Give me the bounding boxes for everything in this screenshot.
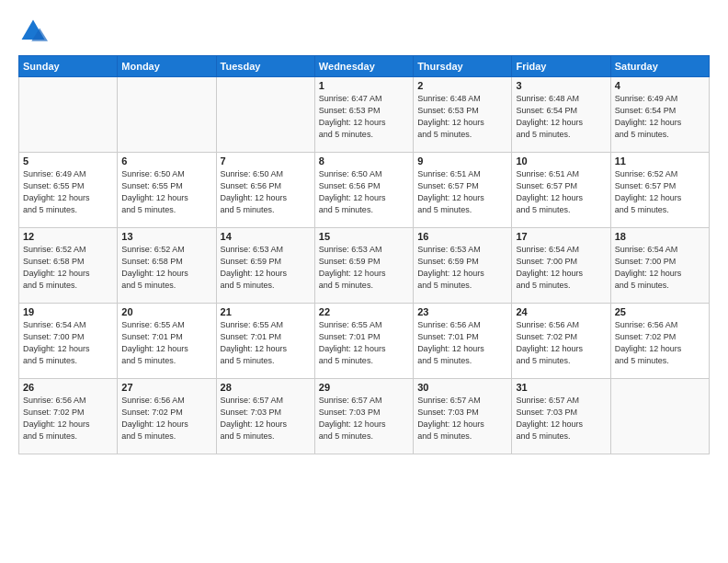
day-info: Sunrise: 6:50 AM Sunset: 6:56 PM Dayligh… xyxy=(319,168,409,216)
day-info: Sunrise: 6:53 AM Sunset: 6:59 PM Dayligh… xyxy=(319,244,409,292)
day-info: Sunrise: 6:56 AM Sunset: 7:02 PM Dayligh… xyxy=(615,319,705,367)
day-info: Sunrise: 6:50 AM Sunset: 6:55 PM Dayligh… xyxy=(121,168,211,216)
header-monday: Monday xyxy=(118,56,216,77)
day-number: 18 xyxy=(615,231,705,242)
day-number: 19 xyxy=(23,306,113,317)
calendar-cell: 9Sunrise: 6:51 AM Sunset: 6:57 PM Daylig… xyxy=(414,153,512,228)
day-info: Sunrise: 6:53 AM Sunset: 6:59 PM Dayligh… xyxy=(221,244,311,292)
calendar-cell: 14Sunrise: 6:53 AM Sunset: 6:59 PM Dayli… xyxy=(216,228,314,304)
calendar-cell xyxy=(216,77,314,153)
week-row-1: 1Sunrise: 6:47 AM Sunset: 6:53 PM Daylig… xyxy=(19,77,710,153)
day-info: Sunrise: 6:56 AM Sunset: 7:02 PM Dayligh… xyxy=(23,395,113,442)
calendar-cell: 19Sunrise: 6:54 AM Sunset: 7:00 PM Dayli… xyxy=(19,304,118,379)
calendar-cell: 25Sunrise: 6:56 AM Sunset: 7:02 PM Dayli… xyxy=(610,304,709,379)
calendar-cell: 11Sunrise: 6:52 AM Sunset: 6:57 PM Dayli… xyxy=(610,153,709,228)
calendar-page: SundayMondayTuesdayWednesdayThursdayFrid… xyxy=(0,0,728,563)
day-number: 1 xyxy=(319,80,409,91)
day-number: 4 xyxy=(615,80,705,91)
calendar-cell: 5Sunrise: 6:49 AM Sunset: 6:55 PM Daylig… xyxy=(19,153,118,228)
header-wednesday: Wednesday xyxy=(314,56,413,77)
day-info: Sunrise: 6:52 AM Sunset: 6:58 PM Dayligh… xyxy=(23,244,113,292)
day-number: 24 xyxy=(516,306,606,317)
logo xyxy=(18,17,51,46)
day-number: 25 xyxy=(615,306,705,317)
page-header xyxy=(18,17,710,46)
header-friday: Friday xyxy=(512,56,610,77)
day-number: 15 xyxy=(319,231,409,242)
day-number: 5 xyxy=(23,155,113,167)
day-info: Sunrise: 6:50 AM Sunset: 6:56 PM Dayligh… xyxy=(221,168,311,216)
day-info: Sunrise: 6:52 AM Sunset: 6:58 PM Dayligh… xyxy=(121,244,211,292)
day-info: Sunrise: 6:48 AM Sunset: 6:53 PM Dayligh… xyxy=(417,93,507,141)
logo-icon xyxy=(18,17,48,46)
calendar-cell: 3Sunrise: 6:48 AM Sunset: 6:54 PM Daylig… xyxy=(512,77,610,153)
day-number: 22 xyxy=(319,306,409,317)
day-number: 7 xyxy=(221,155,311,167)
day-number: 23 xyxy=(417,306,507,317)
day-info: Sunrise: 6:52 AM Sunset: 6:57 PM Dayligh… xyxy=(615,168,705,216)
calendar-cell xyxy=(19,77,118,153)
calendar-cell: 7Sunrise: 6:50 AM Sunset: 6:56 PM Daylig… xyxy=(216,153,314,228)
day-number: 2 xyxy=(417,80,507,91)
day-info: Sunrise: 6:57 AM Sunset: 7:03 PM Dayligh… xyxy=(417,395,507,442)
day-number: 31 xyxy=(516,382,606,393)
header-thursday: Thursday xyxy=(414,56,512,77)
day-number: 30 xyxy=(417,382,507,393)
day-number: 9 xyxy=(417,155,507,167)
day-number: 27 xyxy=(121,382,211,393)
calendar-cell: 26Sunrise: 6:56 AM Sunset: 7:02 PM Dayli… xyxy=(19,379,118,454)
header-tuesday: Tuesday xyxy=(216,56,314,77)
calendar-cell: 17Sunrise: 6:54 AM Sunset: 7:00 PM Dayli… xyxy=(512,228,610,304)
day-info: Sunrise: 6:53 AM Sunset: 6:59 PM Dayligh… xyxy=(417,244,507,292)
day-number: 16 xyxy=(417,231,507,242)
calendar-cell xyxy=(610,379,709,454)
calendar-cell: 22Sunrise: 6:55 AM Sunset: 7:01 PM Dayli… xyxy=(314,304,413,379)
calendar-header-row: SundayMondayTuesdayWednesdayThursdayFrid… xyxy=(19,56,710,77)
header-sunday: Sunday xyxy=(19,56,118,77)
calendar-table: SundayMondayTuesdayWednesdayThursdayFrid… xyxy=(18,55,710,454)
calendar-cell: 31Sunrise: 6:57 AM Sunset: 7:03 PM Dayli… xyxy=(512,379,610,454)
week-row-2: 5Sunrise: 6:49 AM Sunset: 6:55 PM Daylig… xyxy=(19,153,710,228)
calendar-cell: 8Sunrise: 6:50 AM Sunset: 6:56 PM Daylig… xyxy=(314,153,413,228)
calendar-cell: 16Sunrise: 6:53 AM Sunset: 6:59 PM Dayli… xyxy=(414,228,512,304)
calendar-cell: 6Sunrise: 6:50 AM Sunset: 6:55 PM Daylig… xyxy=(118,153,216,228)
day-info: Sunrise: 6:55 AM Sunset: 7:01 PM Dayligh… xyxy=(319,319,409,367)
calendar-cell: 1Sunrise: 6:47 AM Sunset: 6:53 PM Daylig… xyxy=(314,77,413,153)
week-row-5: 26Sunrise: 6:56 AM Sunset: 7:02 PM Dayli… xyxy=(19,379,710,454)
day-info: Sunrise: 6:47 AM Sunset: 6:53 PM Dayligh… xyxy=(319,93,409,141)
day-info: Sunrise: 6:56 AM Sunset: 7:02 PM Dayligh… xyxy=(516,319,606,367)
day-number: 11 xyxy=(615,155,705,167)
day-number: 3 xyxy=(516,80,606,91)
day-info: Sunrise: 6:49 AM Sunset: 6:54 PM Dayligh… xyxy=(615,93,705,141)
calendar-cell: 24Sunrise: 6:56 AM Sunset: 7:02 PM Dayli… xyxy=(512,304,610,379)
day-info: Sunrise: 6:51 AM Sunset: 6:57 PM Dayligh… xyxy=(417,168,507,216)
day-number: 8 xyxy=(319,155,409,167)
day-info: Sunrise: 6:54 AM Sunset: 7:00 PM Dayligh… xyxy=(23,319,113,367)
day-info: Sunrise: 6:57 AM Sunset: 7:03 PM Dayligh… xyxy=(221,395,311,442)
day-number: 10 xyxy=(516,155,606,167)
day-number: 21 xyxy=(221,306,311,317)
day-number: 14 xyxy=(221,231,311,242)
calendar-cell: 28Sunrise: 6:57 AM Sunset: 7:03 PM Dayli… xyxy=(216,379,314,454)
day-info: Sunrise: 6:56 AM Sunset: 7:02 PM Dayligh… xyxy=(121,395,211,442)
day-number: 20 xyxy=(121,306,211,317)
day-info: Sunrise: 6:55 AM Sunset: 7:01 PM Dayligh… xyxy=(121,319,211,367)
day-info: Sunrise: 6:56 AM Sunset: 7:01 PM Dayligh… xyxy=(417,319,507,367)
day-info: Sunrise: 6:57 AM Sunset: 7:03 PM Dayligh… xyxy=(516,395,606,442)
day-info: Sunrise: 6:54 AM Sunset: 7:00 PM Dayligh… xyxy=(516,244,606,292)
day-info: Sunrise: 6:49 AM Sunset: 6:55 PM Dayligh… xyxy=(23,168,113,216)
header-saturday: Saturday xyxy=(610,56,709,77)
calendar-cell: 30Sunrise: 6:57 AM Sunset: 7:03 PM Dayli… xyxy=(414,379,512,454)
calendar-cell: 12Sunrise: 6:52 AM Sunset: 6:58 PM Dayli… xyxy=(19,228,118,304)
calendar-cell: 18Sunrise: 6:54 AM Sunset: 7:00 PM Dayli… xyxy=(610,228,709,304)
calendar-cell xyxy=(118,77,216,153)
day-info: Sunrise: 6:55 AM Sunset: 7:01 PM Dayligh… xyxy=(221,319,311,367)
calendar-cell: 21Sunrise: 6:55 AM Sunset: 7:01 PM Dayli… xyxy=(216,304,314,379)
calendar-cell: 4Sunrise: 6:49 AM Sunset: 6:54 PM Daylig… xyxy=(610,77,709,153)
calendar-cell: 10Sunrise: 6:51 AM Sunset: 6:57 PM Dayli… xyxy=(512,153,610,228)
day-number: 28 xyxy=(221,382,311,393)
calendar-cell: 15Sunrise: 6:53 AM Sunset: 6:59 PM Dayli… xyxy=(314,228,413,304)
calendar-cell: 27Sunrise: 6:56 AM Sunset: 7:02 PM Dayli… xyxy=(118,379,216,454)
day-number: 29 xyxy=(319,382,409,393)
day-number: 17 xyxy=(516,231,606,242)
